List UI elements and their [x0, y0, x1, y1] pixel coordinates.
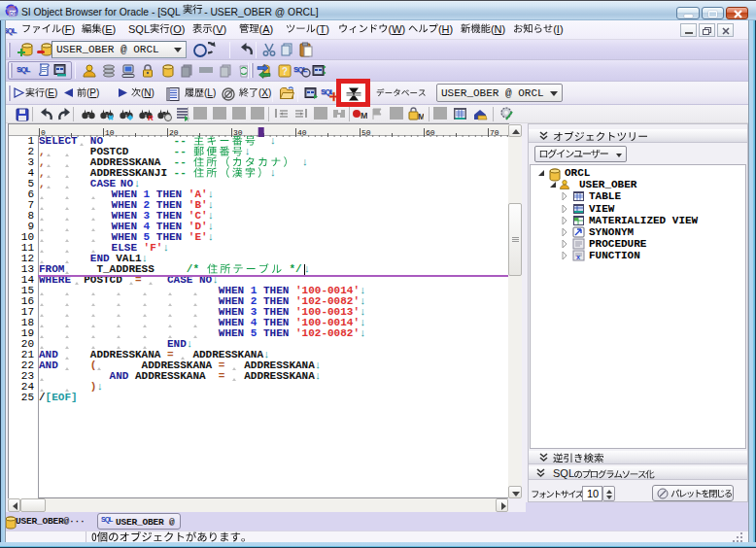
svg-text:DB: DB: [10, 11, 17, 17]
svg-text:M: M: [418, 112, 424, 121]
svg-text:M: M: [361, 111, 367, 120]
svg-text:?: ?: [282, 66, 288, 77]
svg-text:R: R: [148, 114, 154, 121]
